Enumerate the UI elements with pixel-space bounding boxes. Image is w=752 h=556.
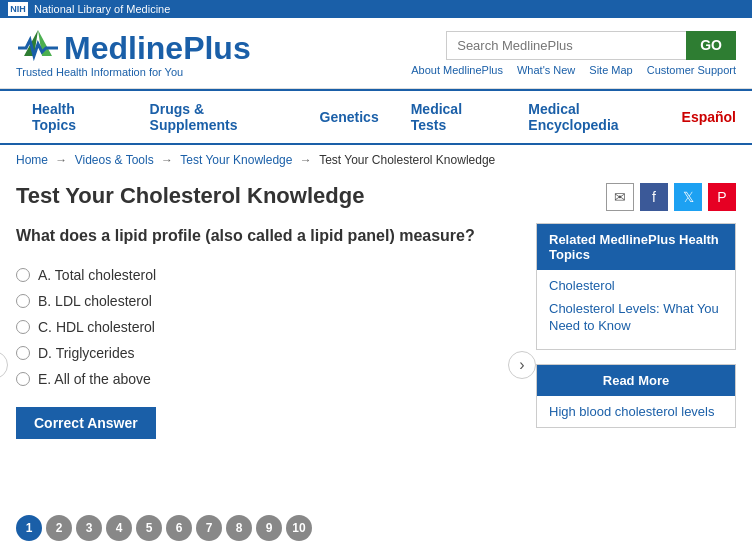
page-dot-4[interactable]: 4	[106, 515, 132, 541]
email-share-icon[interactable]: ✉	[606, 183, 634, 211]
whats-new-link[interactable]: What's New	[517, 64, 575, 76]
read-more-list: High blood cholesterol levels	[537, 396, 735, 427]
nih-logo: NIH	[8, 2, 28, 16]
option-b-label: B. LDL cholesterol	[38, 293, 152, 309]
page-dot-8[interactable]: 8	[226, 515, 252, 541]
nav-espanol[interactable]: Español	[682, 109, 736, 125]
search-input[interactable]	[446, 31, 686, 60]
option-d: D. Triglycerides	[16, 345, 516, 361]
quiz-container: ‹ What does a lipid profile (also called…	[16, 225, 516, 505]
about-link[interactable]: About MedlinePlus	[411, 64, 503, 76]
page-dot-9[interactable]: 9	[256, 515, 282, 541]
nav-medical-encyclopedia[interactable]: Medical Encyclopedia	[512, 91, 681, 143]
radio-d[interactable]	[16, 346, 30, 360]
breadcrumb-arrow-2: →	[161, 153, 176, 167]
main: Test Your Cholesterol Knowledge ‹ What d…	[0, 175, 752, 549]
prev-button[interactable]: ‹	[0, 351, 8, 379]
page-dot-1[interactable]: 1	[16, 515, 42, 541]
related-topics-list: Cholesterol Cholesterol Levels: What You…	[537, 270, 735, 349]
svg-marker-1	[38, 30, 52, 56]
read-more-title: Read More	[537, 365, 735, 396]
read-more-link-1[interactable]: High blood cholesterol levels	[549, 404, 723, 419]
twitter-share-icon[interactable]: 𝕏	[674, 183, 702, 211]
option-d-label: D. Triglycerides	[38, 345, 134, 361]
option-a: A. Total cholesterol	[16, 267, 516, 283]
logo-tagline: Trusted Health Information for You	[16, 66, 251, 78]
pinterest-share-icon[interactable]: P	[708, 183, 736, 211]
next-button[interactable]: ›	[508, 351, 536, 379]
page-dot-2[interactable]: 2	[46, 515, 72, 541]
page-dot-3[interactable]: 3	[76, 515, 102, 541]
page-dot-5[interactable]: 5	[136, 515, 162, 541]
option-b: B. LDL cholesterol	[16, 293, 516, 309]
site-map-link[interactable]: Site Map	[589, 64, 632, 76]
logo-area: MedlinePlus Trusted Health Information f…	[16, 28, 251, 78]
nav-medical-tests[interactable]: Medical Tests	[395, 91, 513, 143]
related-topics-title: Related MedlinePlus Health Topics	[537, 224, 735, 270]
radio-a[interactable]	[16, 268, 30, 282]
radio-b[interactable]	[16, 294, 30, 308]
nav-bar: Health Topics Drugs & Supplements Geneti…	[0, 89, 752, 145]
top-bar-label: National Library of Medicine	[34, 3, 170, 15]
option-e: E. All of the above	[16, 371, 516, 387]
page-title: Test Your Cholesterol Knowledge	[16, 183, 516, 209]
option-c-label: C. HDL cholesterol	[38, 319, 155, 335]
breadcrumb-arrow-3: →	[300, 153, 315, 167]
logo[interactable]: MedlinePlus	[16, 28, 251, 68]
page-dot-10[interactable]: 10	[286, 515, 312, 541]
breadcrumb: Home → Videos & Tools → Test Your Knowle…	[0, 145, 752, 175]
logo-icon	[16, 28, 60, 68]
content-area: Test Your Cholesterol Knowledge ‹ What d…	[16, 183, 516, 541]
page-dot-7[interactable]: 7	[196, 515, 222, 541]
social-icons: ✉ f 𝕏 P	[536, 183, 736, 211]
option-c: C. HDL cholesterol	[16, 319, 516, 335]
pagination: 12345678910	[16, 515, 516, 541]
correct-answer-button[interactable]: Correct Answer	[16, 407, 156, 439]
question-text: What does a lipid profile (also called a…	[16, 225, 516, 247]
radio-e[interactable]	[16, 372, 30, 386]
header-links: About MedlinePlus What's New Site Map Cu…	[411, 64, 736, 76]
nav-drugs-supplements[interactable]: Drugs & Supplements	[134, 91, 304, 143]
read-more-box: Read More High blood cholesterol levels	[536, 364, 736, 428]
logo-text: MedlinePlus	[64, 30, 251, 67]
top-bar: NIH National Library of Medicine	[0, 0, 752, 18]
sidebar: ✉ f 𝕏 P Related MedlinePlus Health Topic…	[536, 183, 736, 541]
breadcrumb-arrow-1: →	[55, 153, 70, 167]
breadcrumb-home[interactable]: Home	[16, 153, 48, 167]
nav-genetics[interactable]: Genetics	[304, 99, 395, 135]
related-topics-box: Related MedlinePlus Health Topics Choles…	[536, 223, 736, 350]
related-link-cholesterol-levels[interactable]: Cholesterol Levels: What You Need to Kno…	[549, 301, 723, 335]
search-button[interactable]: GO	[686, 31, 736, 60]
option-e-label: E. All of the above	[38, 371, 151, 387]
customer-support-link[interactable]: Customer Support	[647, 64, 736, 76]
breadcrumb-current: Test Your Cholesterol Knowledge	[319, 153, 495, 167]
related-link-cholesterol[interactable]: Cholesterol	[549, 278, 723, 295]
search-row: GO	[446, 31, 736, 60]
facebook-share-icon[interactable]: f	[640, 183, 668, 211]
options-list: A. Total cholesterol B. LDL cholesterol …	[16, 267, 516, 387]
breadcrumb-videos[interactable]: Videos & Tools	[75, 153, 154, 167]
search-area: GO About MedlinePlus What's New Site Map…	[411, 31, 736, 76]
nav-health-topics[interactable]: Health Topics	[16, 91, 134, 143]
page-dot-6[interactable]: 6	[166, 515, 192, 541]
option-a-label: A. Total cholesterol	[38, 267, 156, 283]
radio-c[interactable]	[16, 320, 30, 334]
breadcrumb-knowledge[interactable]: Test Your Knowledge	[180, 153, 292, 167]
header: MedlinePlus Trusted Health Information f…	[0, 18, 752, 89]
